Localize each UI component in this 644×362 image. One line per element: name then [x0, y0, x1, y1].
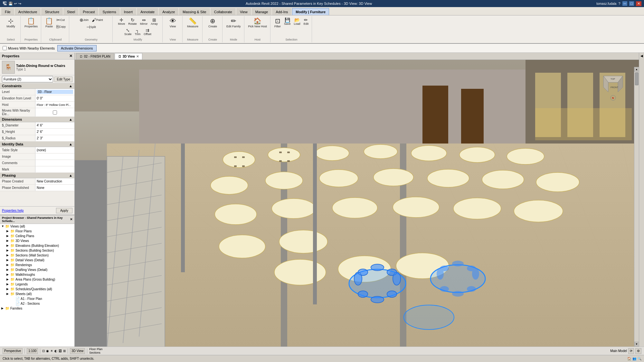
select-btn[interactable]: ⊹ Modify [5, 17, 16, 29]
tree-item-views-all[interactable]: ▼ 📁 Views (all) [0, 224, 74, 229]
join-btn[interactable]: ⊕Join [78, 17, 90, 23]
prop-phase-created-value[interactable]: New Construction [35, 178, 74, 184]
tree-item-sections-building[interactable]: ▶ 📁 Sections (Building Section) [0, 248, 74, 253]
scale-btn[interactable]: ⤡Scale [123, 27, 133, 37]
create-btn[interactable]: ⊕ Create [207, 17, 218, 29]
tab-modify-furniture[interactable]: Modify | Furniture [292, 8, 329, 15]
quick-access-save[interactable]: 💾 [8, 2, 13, 6]
save-sel-btn[interactable]: 💾 Save [283, 17, 292, 29]
tab-finish-plan[interactable]: 🗋 02 - FINISH PLAN [76, 53, 114, 60]
filter-btn[interactable]: ⊡ Filter [273, 17, 282, 29]
tab-insert[interactable]: Insert [120, 8, 137, 15]
activate-dimensions-btn[interactable]: Activate Dimensions [57, 45, 97, 51]
worksets-icon[interactable]: 🏠 [627, 357, 631, 360]
tree-item-legends[interactable]: ▶ 📁 Legends [0, 282, 74, 287]
browser-close-btn[interactable]: ✕ [70, 218, 72, 221]
maximize-btn[interactable]: □ [629, 1, 634, 6]
tree-item-drafting[interactable]: ▶ 📁 Drafting Views (Detail) [0, 267, 74, 272]
prop-mark-value[interactable] [35, 166, 74, 172]
paste-btn[interactable]: 📋 Paste [44, 17, 54, 30]
cut-btn[interactable]: ✂Cut [55, 17, 67, 23]
tree-item-a1-floor-plan[interactable]: 📄 A1 - Floor Plan [0, 296, 74, 301]
help-icon[interactable]: ? [618, 2, 620, 5]
viewport[interactable]: 🗋 02 - FINISH PLAN 🗋 3D View ✕ [75, 53, 639, 347]
measure-btn[interactable]: 📏 Measure [186, 17, 200, 29]
tab-massing[interactable]: Massing & Site [179, 8, 210, 15]
prop-phase-demolished-value[interactable]: None [35, 185, 74, 191]
sun-icon[interactable]: ☀ [50, 349, 53, 353]
settings-gear-btn[interactable]: ⚙ [635, 348, 641, 354]
properties-apply-btn[interactable]: Apply [56, 208, 72, 213]
tree-item-sections-wall[interactable]: ▶ 📁 Sections (Wall Section) [0, 253, 74, 258]
moves-with-nearby-checkbox[interactable]: Moves With Nearby Elements [3, 46, 55, 50]
properties-btn[interactable]: 📋 Properties [23, 17, 39, 29]
rotate-btn[interactable]: ↻Rotate [127, 17, 138, 26]
viewport-canvas[interactable]: FRONT TOP N ▲ ▼ [75, 60, 639, 347]
crop-region-icon[interactable]: ⊞ [63, 349, 66, 353]
prop-level-value[interactable]: 03 - Floor [35, 89, 74, 95]
tree-item-elevations[interactable]: ▶ 📁 Elevations (Building Elevation) [0, 243, 74, 248]
tab-3d-view[interactable]: 🗋 3D View ✕ [115, 53, 142, 60]
edit-type-btn[interactable]: Edit Type [54, 77, 72, 82]
trim-btn[interactable]: ┐Trim [134, 27, 142, 37]
prop-radius-value[interactable]: 2' 3" [35, 135, 74, 141]
properties-close-btn[interactable]: ✕ [69, 54, 72, 58]
prop-tablestyle-value[interactable]: (none) [35, 147, 74, 153]
quick-access-undo[interactable]: ↩ [14, 2, 17, 6]
mirror-btn[interactable]: ⇔Mirror [139, 17, 149, 26]
collaborate-icon[interactable]: 👥 [632, 357, 636, 360]
shadows-icon[interactable]: ◐ [54, 349, 57, 353]
close-btn[interactable]: ✕ [636, 1, 641, 6]
moves-nearby-input[interactable] [3, 46, 7, 50]
phasing-section[interactable]: Phasing ▲ [0, 173, 74, 178]
sync-btn[interactable]: ⟳ [628, 348, 634, 354]
tab-analyze[interactable]: Analyze [159, 8, 178, 15]
tree-item-sheets[interactable]: ▶ 📁 Sheets (all) [0, 292, 74, 296]
prop-diameter-value[interactable]: 4' 6" [35, 122, 74, 128]
edit-family-btn[interactable]: ✏ Edit Family [225, 17, 242, 29]
tree-item-detail-views[interactable]: ▶ 📁 Detail Views (Detail) [0, 258, 74, 263]
paint-btn[interactable]: 🖌Paint [90, 17, 104, 23]
split-btn[interactable]: ⊣Split [85, 24, 97, 30]
prop-image-value[interactable] [35, 153, 74, 160]
tree-item-schedules[interactable]: ▶ 📁 Schedules/Quantities (all) [0, 287, 74, 292]
pick-host-btn[interactable]: 🏠 Pick New Host [247, 17, 269, 29]
tree-item-area-plans[interactable]: ▶ 📁 Area Plans (Gross Building) [0, 277, 74, 282]
offset-btn[interactable]: ⇉Offset [142, 27, 153, 37]
tree-item-renderings[interactable]: ▶ 📁 Renderings [0, 263, 74, 267]
render-icon[interactable]: 🖼 [59, 349, 62, 353]
tab-precast[interactable]: Precast [79, 8, 98, 15]
quick-access-redo[interactable]: ↪ [18, 2, 21, 6]
identity-section[interactable]: Identity Data ▲ [0, 142, 74, 147]
minimize-btn[interactable]: ─ [622, 1, 628, 6]
tab-structure[interactable]: Structure [41, 8, 63, 15]
prop-elevation-value[interactable]: 0' 0" [35, 95, 74, 101]
3d-view-close[interactable]: ✕ [136, 55, 139, 58]
scroll-down-btn[interactable]: ▼ [634, 342, 639, 347]
prop-host-value[interactable]: Floor : 8" Hollow Core Pl... [35, 102, 74, 108]
viewcube[interactable]: FRONT TOP N [597, 70, 629, 102]
tab-annotate[interactable]: Annotate [137, 8, 158, 15]
tree-item-floor-plans[interactable]: ▶ 📁 Floor Plans [0, 229, 74, 234]
constraints-section[interactable]: Constraints ▲ [0, 83, 74, 89]
tab-manage[interactable]: Manage [252, 8, 272, 15]
search-icon[interactable]: 🔍 [638, 357, 641, 360]
tab-view[interactable]: View [236, 8, 251, 15]
right-bar-arrow[interactable]: ◀ [640, 54, 643, 58]
scroll-thumb-v[interactable] [635, 72, 639, 85]
visual-style-icon[interactable]: ◉ [46, 349, 49, 353]
tree-item-a2-sections[interactable]: 📄 A2 - Sections [0, 301, 74, 306]
array-btn[interactable]: ⊞Array [149, 17, 159, 26]
prop-height-value[interactable]: 2' 6" [35, 129, 74, 135]
tab-architecture[interactable]: Architecture [15, 8, 41, 15]
tab-file[interactable]: File [1, 8, 14, 15]
3d-view-btn[interactable]: 3D View [70, 348, 85, 354]
tab-systems[interactable]: Systems [99, 8, 119, 15]
view-btn[interactable]: 👁 View [168, 17, 177, 29]
type-dropdown[interactable]: Furniture (2) [2, 76, 53, 82]
copy-btn[interactable]: ⎘Copy [55, 23, 67, 30]
viewport-scrollbar-v[interactable]: ▲ ▼ [634, 67, 639, 347]
tree-item-families[interactable]: ▶ 📁 Families [0, 306, 74, 311]
tab-steel[interactable]: Steel [63, 8, 79, 15]
move-btn[interactable]: ✛Move [117, 17, 126, 26]
